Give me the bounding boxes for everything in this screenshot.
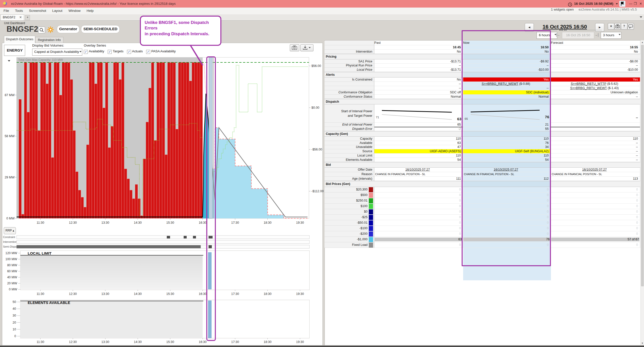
overlay-pasa-availability[interactable]: ✓PASA Availability: [146, 49, 176, 53]
chart-download-icon[interactable]: [300, 44, 313, 51]
cell: 16:45: [374, 45, 463, 50]
table-row: Pricing: [325, 54, 640, 59]
band-cell: 0: [551, 242, 640, 248]
energy-dropdown[interactable]: ENERGY: [4, 45, 25, 56]
clock-dropdown-arrow[interactable]: [616, 3, 618, 5]
tab-registration-info[interactable]: Registration Info: [35, 37, 63, 43]
scroll-up-arrow[interactable]: ▲: [641, 41, 643, 44]
cell: [551, 123, 640, 127]
menu-items: FileToolsScreenshotLayoutWindowHelp: [0, 9, 97, 13]
cell: 113: [551, 177, 640, 181]
prev-interval-button[interactable]: ◂: [525, 23, 534, 32]
table-row: Dispatch Error-255: [325, 127, 640, 131]
cell: -$13.71: [374, 59, 463, 64]
cell: 16:55: [551, 45, 640, 50]
cell: -$10.00: [463, 68, 551, 72]
checkbox-checked-icon[interactable]: ✓: [84, 50, 88, 54]
cell: --: [551, 141, 640, 145]
schedule-type-badge[interactable]: SEMI-SCHEDULED: [81, 25, 120, 33]
nem-clock[interactable]: 16 Oct 2025 16:50 (NEM): [574, 0, 613, 8]
cell: 16/10/2025 07:27: [374, 168, 463, 172]
menu-window[interactable]: Window: [65, 8, 84, 14]
band-volume-value: 76: [463, 237, 550, 242]
constraint-link[interactable]: S>>BRBG_RBTU_WEWT: [570, 86, 607, 90]
cell: Yes: [463, 78, 551, 82]
row-label: [325, 86, 374, 90]
gear-icon[interactable]: [47, 26, 54, 33]
cell: S>>BRBG_RBTU_WEWT ($-0.88): [463, 82, 551, 86]
offer-date-link[interactable]: 16/10/2025 07:27: [405, 168, 430, 171]
constraint-link[interactable]: S>>BRBG_RBTU_WEWT: [482, 82, 518, 86]
asat-line-left: [525, 30, 557, 30]
band-color-chip: [369, 204, 373, 209]
band-cell: 0: [551, 209, 640, 215]
scrollbar-thumb[interactable]: [641, 45, 644, 286]
checkbox-checked-icon[interactable]: ✓: [146, 50, 150, 54]
band-color-chip: [369, 220, 373, 225]
cell: 16:50: [463, 45, 551, 50]
next-interval-button[interactable]: ▸: [595, 23, 604, 32]
jump-start-icon[interactable]: |←: [556, 33, 560, 37]
close-button[interactable]: ✕: [636, 0, 644, 8]
row-label: Available: [325, 141, 374, 145]
notification-flag-icon[interactable]: [619, 1, 625, 7]
cell: 110: [374, 137, 463, 141]
tab-dispatch-outcomes[interactable]: Dispatch Outcomes: [4, 36, 35, 43]
menu-layout[interactable]: Layout: [49, 8, 66, 14]
band-cell: 0: [463, 198, 551, 204]
tab-bngsf2[interactable]: BNGSF2✕: [1, 14, 24, 20]
cell: 110: [463, 153, 551, 158]
cell: 110: [463, 137, 551, 141]
band-cell: 0: [463, 187, 551, 192]
bid-volumes-dropdown[interactable]: Capped at Dispatch Availability: [32, 49, 82, 56]
cell: 76: [463, 141, 551, 145]
favorite-star-icon[interactable]: ★: [608, 23, 614, 30]
row-label: Unavailable: [325, 145, 374, 149]
new-tab-button[interactable]: +: [25, 15, 30, 20]
rrp-collapsed-button[interactable]: RRP ▴: [4, 227, 16, 234]
feedback-icon[interactable]: [627, 23, 634, 30]
tab-close-icon[interactable]: ✕: [19, 15, 22, 20]
row-label: Conformance Obligation: [325, 90, 374, 95]
band-cell: 0: [463, 209, 551, 215]
menu-tools[interactable]: Tools: [12, 8, 26, 14]
scroll-down-arrow[interactable]: ▼: [641, 342, 643, 344]
tab-overflow-arrow[interactable]: [640, 16, 642, 18]
chart-camera-icon[interactable]: [290, 44, 299, 51]
band-cell: 0: [374, 198, 463, 204]
panel-label: Unit Dashboard: [4, 21, 25, 25]
table-row: InterventionNoNoNo: [325, 50, 640, 54]
band-color-chip: [369, 226, 373, 231]
table-scrollbar[interactable]: ▲ ▼: [640, 40, 644, 345]
unit-type-badge[interactable]: Generator: [57, 25, 79, 33]
screenshot-camera-icon[interactable]: [614, 23, 621, 30]
offer-date-link[interactable]: 16/10/2025 07:27: [494, 168, 518, 171]
overlay-availability[interactable]: ✓Availability: [84, 49, 104, 53]
band-color-chip: [369, 193, 373, 198]
jump-end-icon[interactable]: →|: [594, 33, 599, 37]
menu-help[interactable]: Help: [84, 8, 97, 14]
search-icon[interactable]: [38, 27, 45, 33]
span-left-dropdown[interactable]: 6 hours: [537, 32, 557, 39]
as-at-datetime-field[interactable]: 16 Oct 25 16:50: [562, 32, 594, 39]
cell: --: [551, 153, 640, 158]
band-cell: 0: [551, 187, 640, 192]
unit-title: BNGSF2: [7, 25, 38, 34]
band-row: -$1,000637657 of 67: [325, 237, 640, 242]
row-label: Local Price: [325, 68, 374, 72]
band-row: -$100000: [325, 226, 640, 231]
band-cell: 63: [374, 237, 463, 242]
menu-screenshot[interactable]: Screenshot: [26, 8, 49, 14]
table-row: Capacity (Gen): [325, 131, 640, 137]
overlay-targets[interactable]: ✓Targets: [108, 49, 124, 53]
checkbox-checked-icon[interactable]: ✓: [127, 50, 131, 54]
offer-date-link[interactable]: 16/10/2025 07:27: [582, 168, 607, 171]
overlay-actuals[interactable]: ✓Actuals: [127, 49, 143, 53]
constraint-link[interactable]: S>>BRBG_RBTU_WTTP: [571, 82, 606, 86]
span-right-dropdown[interactable]: 3 hours: [601, 32, 621, 39]
help-icon[interactable]: ?: [621, 23, 627, 30]
menu-file[interactable]: File: [1, 8, 12, 14]
checkbox-checked-icon[interactable]: ✓: [108, 50, 112, 54]
band-cell: 0: [374, 187, 463, 192]
row-label: Intervention: [325, 50, 374, 54]
